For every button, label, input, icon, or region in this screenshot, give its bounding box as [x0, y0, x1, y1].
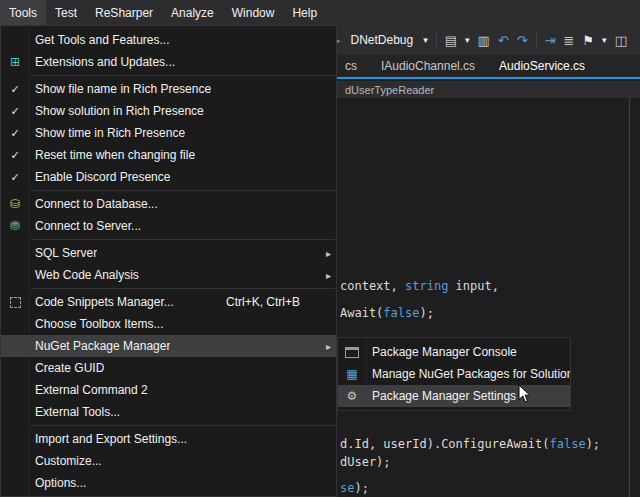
- console-icon: [345, 347, 359, 358]
- toolbar-separator: [436, 32, 437, 48]
- menu-separator: [31, 239, 335, 240]
- code-line: se);: [340, 481, 369, 495]
- menu-item-label: Show file name in Rich Presence: [29, 82, 211, 96]
- database-icon: ⛁: [10, 198, 20, 210]
- debug-target-label[interactable]: DNetDebug: [350, 33, 413, 47]
- submenu-arrow-icon: ▸: [326, 270, 331, 281]
- server-icon: ⛃: [10, 220, 20, 232]
- menubar-item-resharper[interactable]: ReSharper: [86, 0, 162, 25]
- gear-icon: ⚙: [347, 390, 358, 402]
- menu-item-enable-discord-presence[interactable]: ✓ Enable Discord Presence: [1, 166, 336, 188]
- editor-scrollbar-edge: [629, 98, 630, 497]
- menu-item-label: External Tools...: [29, 405, 120, 419]
- list-icon[interactable]: ≣: [564, 34, 575, 47]
- tab-audioservice[interactable]: AudioService.cs: [487, 55, 597, 77]
- bookmark-icon[interactable]: ⚑: [582, 34, 594, 47]
- menu-item-get-tools-and-features[interactable]: Get Tools and Features...: [1, 29, 336, 51]
- tab-partial-file[interactable]: cs: [333, 55, 369, 77]
- menubar-item-window[interactable]: Window: [223, 0, 284, 25]
- menu-item-label: Show time in Rich Presence: [29, 126, 185, 140]
- menu-item-label: Import and Export Settings...: [29, 432, 187, 446]
- check-icon: ✓: [10, 128, 19, 139]
- check-icon: ✓: [10, 172, 19, 183]
- menu-item-show-solution[interactable]: ✓ Show solution in Rich Presence: [1, 100, 336, 122]
- toolbar-caret-icon[interactable]: ▾: [465, 36, 470, 45]
- menu-item-customize[interactable]: Customize...: [1, 450, 336, 472]
- menu-item-sql-server[interactable]: SQL Server ▸: [1, 242, 336, 264]
- menu-item-label: Web Code Analysis: [29, 268, 139, 282]
- menu-item-label: Customize...: [29, 454, 102, 468]
- menubar-item-analyze[interactable]: Analyze: [162, 0, 223, 25]
- menu-item-label: Extensions and Updates...: [29, 55, 175, 69]
- extensions-icon: ⊞: [10, 56, 20, 68]
- menu-item-extensions-and-updates[interactable]: ⊞ Extensions and Updates...: [1, 51, 336, 73]
- indent-icon[interactable]: ⇥: [545, 34, 556, 47]
- columns-icon[interactable]: ◫: [615, 34, 627, 47]
- undo-icon[interactable]: ↶: [498, 34, 509, 47]
- debug-target-caret-icon[interactable]: ▾: [423, 36, 428, 45]
- menu-item-label: Enable Discord Presence: [29, 170, 170, 184]
- menu-item-external-tools[interactable]: External Tools...: [1, 401, 336, 423]
- folder-icon[interactable]: ▥: [478, 34, 490, 47]
- menubar-item-help[interactable]: Help: [283, 0, 326, 25]
- menubar-item-tools[interactable]: Tools: [0, 0, 46, 25]
- menu-item-label: Reset time when changing file: [29, 148, 195, 162]
- menu-item-web-code-analysis[interactable]: Web Code Analysis ▸: [1, 264, 336, 286]
- member-dropdown[interactable]: dUserTypeReader: [345, 84, 434, 96]
- menu-item-connect-to-database[interactable]: ⛁ Connect to Database...: [1, 193, 336, 215]
- menu-item-choose-toolbox-items[interactable]: Choose Toolbox Items...: [1, 313, 336, 335]
- menu-separator: [31, 75, 335, 76]
- menu-item-label: Code Snippets Manager...: [29, 295, 174, 309]
- menu-item-create-guid[interactable]: Create GUID: [1, 357, 336, 379]
- nuget-package-manager-submenu: Package Manager Console ▦ Manage NuGet P…: [337, 337, 571, 411]
- menu-item-label: Get Tools and Features...: [29, 33, 170, 47]
- menu-item-code-snippets-manager[interactable]: Code Snippets Manager... Ctrl+K, Ctrl+B: [1, 291, 336, 313]
- menu-item-show-file-name[interactable]: ✓ Show file name in Rich Presence: [1, 78, 336, 100]
- menu-item-label: Package Manager Console: [366, 345, 517, 359]
- tab-iaudiochannel[interactable]: IAudioChannel.cs: [369, 55, 487, 77]
- submenu-arrow-icon: ▸: [326, 248, 331, 259]
- mouse-cursor: [518, 384, 532, 408]
- code-line: context, string input,: [340, 279, 499, 293]
- file-icon[interactable]: ▤: [445, 34, 457, 47]
- menu-bar: Tools Test ReSharper Analyze Window Help: [0, 0, 640, 25]
- vs-window: Tools Test ReSharper Analyze Window Help…: [0, 0, 640, 497]
- toolbar-separator: [536, 32, 537, 48]
- submenu-item-package-manager-console[interactable]: Package Manager Console: [338, 341, 570, 363]
- menubar-item-test[interactable]: Test: [46, 0, 86, 25]
- menu-item-label: External Command 2: [29, 383, 148, 397]
- menu-item-label: Package Manager Settings: [366, 389, 516, 403]
- menu-item-connect-to-server[interactable]: ⛃ Connect to Server...: [1, 215, 336, 237]
- menu-separator: [31, 190, 335, 191]
- menu-item-label: Connect to Database...: [29, 197, 158, 211]
- menu-item-import-export-settings[interactable]: Import and Export Settings...: [1, 428, 336, 450]
- menu-separator: [31, 288, 335, 289]
- submenu-item-package-manager-settings[interactable]: ⚙ Package Manager Settings: [338, 385, 570, 407]
- menu-item-label: NuGet Package Manager: [29, 339, 170, 353]
- menu-item-external-command-2[interactable]: External Command 2: [1, 379, 336, 401]
- menu-item-nuget-package-manager[interactable]: NuGet Package Manager ▸: [1, 335, 336, 357]
- bookmark-caret-icon[interactable]: ▾: [602, 36, 607, 45]
- code-line: Await(false);: [340, 306, 434, 320]
- menu-item-options[interactable]: Options...: [1, 472, 336, 494]
- menu-item-label: Show solution in Rich Presence: [29, 104, 204, 118]
- menu-item-label: SQL Server: [29, 246, 97, 260]
- code-snippets-icon: [10, 297, 21, 308]
- code-line: dUser);: [340, 455, 391, 469]
- menu-item-label: Create GUID: [29, 361, 104, 375]
- check-icon: ✓: [10, 106, 19, 117]
- menu-separator: [31, 425, 335, 426]
- menu-item-label: Choose Toolbox Items...: [29, 317, 164, 331]
- submenu-item-manage-nuget-packages[interactable]: ▦ Manage NuGet Packages for Solution...: [338, 363, 570, 385]
- menu-item-reset-time[interactable]: ✓ Reset time when changing file: [1, 144, 336, 166]
- code-line: d.Id, userId).ConfigureAwait(false);: [340, 437, 600, 451]
- menu-item-shortcut: Ctrl+K, Ctrl+B: [226, 295, 300, 309]
- redo-icon[interactable]: ↷: [517, 34, 528, 47]
- check-icon: ✓: [10, 84, 19, 95]
- menu-item-show-time[interactable]: ✓ Show time in Rich Presence: [1, 122, 336, 144]
- manage-packages-icon: ▦: [346, 368, 357, 380]
- check-icon: ✓: [10, 150, 19, 161]
- menu-item-label: Manage NuGet Packages for Solution...: [366, 367, 570, 381]
- submenu-arrow-icon: ▸: [326, 341, 331, 352]
- menu-item-label: Options...: [29, 476, 86, 490]
